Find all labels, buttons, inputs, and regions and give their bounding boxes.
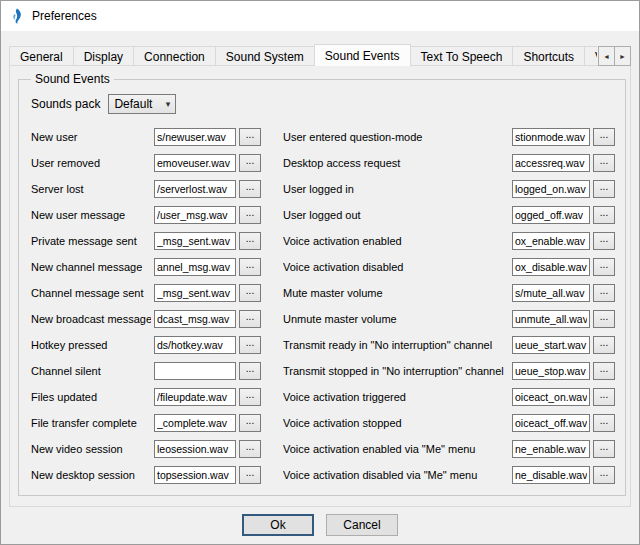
tab[interactable]: General	[9, 46, 74, 66]
tab[interactable]: Video	[584, 46, 597, 66]
tab-scroll-left-button[interactable]: ◄	[598, 46, 615, 66]
sound-event-label: Server lost	[31, 183, 151, 195]
ok-button[interactable]: Ok	[242, 514, 314, 536]
sound-event-label: New channel message	[31, 261, 151, 273]
browse-button[interactable]: ...	[239, 440, 261, 458]
sound-file-input[interactable]	[512, 466, 590, 484]
browse-button[interactable]: ...	[239, 258, 261, 276]
sound-event-label: User logged out	[283, 209, 509, 221]
tab[interactable]: Display	[73, 46, 134, 66]
browse-button[interactable]: ...	[239, 206, 261, 224]
browse-button[interactable]: ...	[239, 362, 261, 380]
browse-button[interactable]: ...	[593, 284, 615, 302]
tab-label: Connection	[144, 50, 205, 64]
sound-events-group: Sound Events Sounds pack Default ▾ New u…	[18, 72, 626, 496]
window-title: Preferences	[32, 9, 97, 23]
browse-button[interactable]: ...	[239, 232, 261, 250]
sound-event-label: Channel message sent	[31, 287, 151, 299]
tab-label: General	[20, 50, 63, 64]
sound-file-input[interactable]	[512, 232, 590, 250]
tab[interactable]: Sound Events	[314, 44, 411, 66]
sound-file-input[interactable]	[512, 414, 590, 432]
sound-event-column-right: User entered question-mode ... Desktop a…	[283, 128, 615, 484]
sounds-pack-select[interactable]: Default ▾	[108, 94, 176, 114]
browse-button[interactable]: ...	[593, 466, 615, 484]
tab-bar: General Display Connection Sound System …	[9, 44, 597, 66]
sound-event-label: New user	[31, 131, 151, 143]
browse-button[interactable]: ...	[239, 310, 261, 328]
sound-file-input[interactable]	[154, 388, 236, 406]
sound-file-input[interactable]	[512, 206, 590, 224]
browse-button[interactable]: ...	[593, 232, 615, 250]
sound-event-label: New broadcast message	[31, 313, 151, 325]
sound-event-label: Voice activation disabled	[283, 261, 509, 273]
tab[interactable]: Shortcuts	[512, 46, 585, 66]
browse-button[interactable]: ...	[593, 128, 615, 146]
browse-button[interactable]: ...	[239, 128, 261, 146]
sound-file-input[interactable]	[512, 128, 590, 146]
sound-file-input[interactable]	[512, 258, 590, 276]
sound-event-column-left: New user ... User removed ... Server los…	[31, 128, 261, 484]
titlebar: Preferences	[1, 1, 639, 31]
chevron-down-icon: ▾	[166, 99, 171, 109]
tab[interactable]: Sound System	[215, 46, 315, 66]
sound-event-label: New desktop session	[31, 469, 151, 481]
sound-event-label: Voice activation enabled via "Me" menu	[283, 443, 509, 455]
browse-button[interactable]: ...	[239, 388, 261, 406]
sound-file-input[interactable]	[512, 180, 590, 198]
sound-event-label: User entered question-mode	[283, 131, 509, 143]
cancel-button[interactable]: Cancel	[326, 514, 398, 536]
sound-event-label: Private message sent	[31, 235, 151, 247]
sound-file-input[interactable]	[512, 336, 590, 354]
sound-file-input[interactable]	[154, 284, 236, 302]
sound-event-label: Transmit stopped in "No interruption" ch…	[283, 365, 509, 377]
tab[interactable]: Connection	[133, 46, 216, 66]
sound-file-input[interactable]	[512, 362, 590, 380]
tab-scroll-right-button[interactable]: ►	[614, 46, 631, 66]
group-title: Sound Events	[31, 72, 114, 86]
sound-file-input[interactable]	[512, 284, 590, 302]
sound-file-input[interactable]	[154, 466, 236, 484]
sound-file-input[interactable]	[154, 180, 236, 198]
browse-button[interactable]: ...	[593, 414, 615, 432]
browse-button[interactable]: ...	[593, 206, 615, 224]
sound-file-input[interactable]	[154, 440, 236, 458]
sound-file-input[interactable]	[154, 154, 236, 172]
sound-file-input[interactable]	[154, 232, 236, 250]
sound-file-input[interactable]	[154, 128, 236, 146]
sound-file-input[interactable]	[154, 362, 236, 380]
sound-event-label: New video session	[31, 443, 151, 455]
sound-file-input[interactable]	[512, 388, 590, 406]
browse-button[interactable]: ...	[593, 336, 615, 354]
browse-button[interactable]: ...	[239, 466, 261, 484]
browse-button[interactable]: ...	[239, 180, 261, 198]
browse-button[interactable]: ...	[239, 284, 261, 302]
sound-file-input[interactable]	[154, 414, 236, 432]
sound-event-label: Voice activation stopped	[283, 417, 509, 429]
sound-file-input[interactable]	[154, 258, 236, 276]
browse-button[interactable]: ...	[593, 388, 615, 406]
dialog-buttons: Ok Cancel	[1, 514, 639, 536]
browse-button[interactable]: ...	[593, 154, 615, 172]
sound-file-input[interactable]	[512, 154, 590, 172]
tab[interactable]: Text To Speech	[410, 46, 514, 66]
sound-event-label: User removed	[31, 157, 151, 169]
sound-file-input[interactable]	[512, 310, 590, 328]
browse-button[interactable]: ...	[239, 336, 261, 354]
browse-button[interactable]: ...	[593, 258, 615, 276]
tab-label: Sound Events	[325, 49, 400, 63]
sound-event-label: Channel silent	[31, 365, 151, 377]
sound-event-label: Voice activation disabled via "Me" menu	[283, 469, 509, 481]
browse-button[interactable]: ...	[593, 362, 615, 380]
teamtalk-logo-icon	[9, 8, 25, 24]
browse-button[interactable]: ...	[593, 310, 615, 328]
sound-file-input[interactable]	[512, 440, 590, 458]
browse-button[interactable]: ...	[239, 414, 261, 432]
sounds-pack-row: Sounds pack Default ▾	[31, 94, 615, 114]
browse-button[interactable]: ...	[593, 440, 615, 458]
browse-button[interactable]: ...	[239, 154, 261, 172]
browse-button[interactable]: ...	[593, 180, 615, 198]
sound-file-input[interactable]	[154, 310, 236, 328]
sound-file-input[interactable]	[154, 206, 236, 224]
sound-file-input[interactable]	[154, 336, 236, 354]
